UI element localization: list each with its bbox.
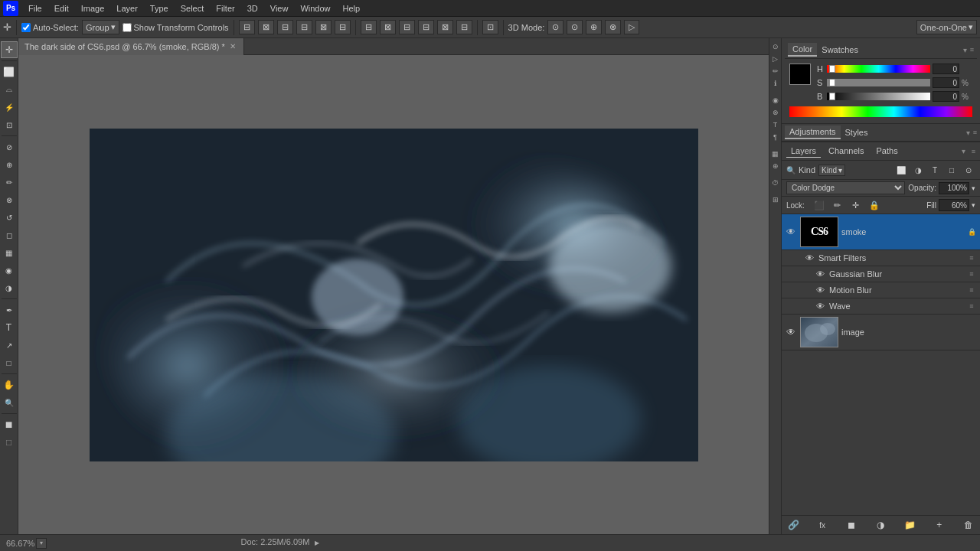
align-center-v-btn[interactable]: ⊠ (315, 20, 332, 34)
lock-transparent-btn[interactable]: ⬛ (812, 198, 826, 212)
3d-mode-btn-1[interactable]: ⊙ (547, 20, 564, 34)
hand-tool[interactable]: ✋ (1, 377, 18, 393)
gradient-tool[interactable]: ▦ (1, 244, 18, 261)
new-layer-btn[interactable]: + (933, 518, 946, 532)
adj-panel-menu[interactable]: ≡ (973, 129, 977, 136)
auto-select-checkbox[interactable]: Auto-Select: (21, 23, 79, 32)
histogram-icon[interactable]: ▦ (770, 148, 781, 159)
eraser-tool[interactable]: ◻ (1, 227, 18, 243)
3d-mode-btn-3[interactable]: ⊕ (586, 20, 602, 34)
align-top-btn[interactable]: ⊟ (296, 20, 312, 34)
menu-view[interactable]: View (265, 2, 294, 15)
shape-tool[interactable]: □ (1, 354, 18, 371)
color-spectrum[interactable] (789, 106, 972, 117)
sublayer-gaussian-blur[interactable]: 👁 Gaussian Blur ≡ (782, 266, 980, 282)
path-select-tool[interactable]: ↗ (1, 337, 18, 354)
3d-mode-btn-2[interactable]: ⊙ (567, 20, 583, 34)
menu-filter[interactable]: Filter (211, 2, 240, 15)
menu-help[interactable]: Help (338, 2, 366, 15)
dodge-tool[interactable]: ◑ (1, 279, 18, 296)
show-transform-checkbox[interactable]: Show Transform Controls (122, 23, 229, 32)
text-tool[interactable]: T (1, 319, 18, 336)
s-value-input[interactable]: 0 (933, 77, 959, 88)
link-layers-btn[interactable]: 🔗 (786, 518, 800, 532)
timeline-icon[interactable]: ⏱ (770, 178, 781, 188)
swatches-tab[interactable]: Swatches (817, 44, 863, 56)
3d-mode-btn-4[interactable]: ⊗ (605, 20, 621, 34)
history-icon[interactable]: ⊙ (770, 41, 781, 52)
para-icon[interactable]: ¶ (770, 132, 781, 142)
info-icon[interactable]: ℹ (770, 78, 781, 89)
navigator-icon[interactable]: ⊕ (770, 161, 781, 171)
align-bottom-btn[interactable]: ⊟ (335, 20, 351, 34)
align-right-btn[interactable]: ⊟ (277, 20, 293, 34)
clone-source-icon[interactable]: ⊗ (770, 107, 781, 118)
fill-arrow[interactable]: ▾ (972, 201, 975, 209)
distribute-btn-5[interactable]: ⊠ (437, 20, 453, 34)
distribute-btn-2[interactable]: ⊠ (380, 20, 396, 34)
layers-tab[interactable]: Layers (786, 145, 821, 158)
action-icon[interactable]: ▷ (770, 54, 781, 64)
zoom-tool[interactable]: 🔍 (1, 394, 18, 411)
blur-tool[interactable]: ◉ (1, 262, 18, 279)
view-mode-dropdown[interactable]: One-on-One ▾ (916, 20, 977, 34)
3d-mode-btn-5[interactable]: ▷ (624, 20, 639, 34)
3d-icon[interactable]: ⊞ (770, 194, 781, 205)
filter-pixel-btn[interactable]: ⬜ (894, 163, 908, 177)
brush-preset-icon[interactable]: ◉ (770, 95, 781, 106)
delete-layer-btn[interactable]: 🗑 (962, 518, 975, 532)
document-tab[interactable]: The dark side of CS6.psd @ 66.7% (smoke,… (18, 38, 244, 55)
brush-tool[interactable]: ✏ (1, 174, 18, 191)
tab-close-btn[interactable]: ✕ (228, 41, 237, 51)
filter-type-btn[interactable]: T (928, 163, 942, 177)
s-slider[interactable] (827, 79, 930, 86)
fg-color-swatch[interactable] (789, 64, 811, 85)
filter-smart-btn[interactable]: ⊙ (962, 163, 975, 177)
canvas-container[interactable] (18, 55, 769, 534)
paths-tab[interactable]: Paths (872, 145, 903, 158)
motion-blur-vis[interactable]: 👁 (814, 284, 826, 296)
align-center-h-btn[interactable]: ⊠ (258, 20, 274, 34)
menu-type[interactable]: Type (145, 2, 174, 15)
move-tool[interactable]: ✛ (1, 41, 18, 58)
char-icon[interactable]: T (770, 119, 781, 130)
doc-info-arrow[interactable]: ▶ (312, 538, 322, 549)
opacity-input[interactable]: 100% (939, 182, 969, 194)
wave-vis[interactable]: 👁 (814, 300, 826, 312)
layer-smoke[interactable]: 👁 CS6 smoke 🔒 (782, 214, 980, 250)
smart-filters-vis[interactable]: 👁 (803, 252, 815, 264)
add-style-btn[interactable]: fx (815, 518, 829, 532)
b-value-input[interactable]: 0 (933, 91, 959, 102)
filter-shape-btn[interactable]: □ (945, 163, 959, 177)
pen-tool[interactable]: ✒ (1, 302, 18, 318)
align-left-btn[interactable]: ⊟ (239, 20, 255, 34)
lasso-tool[interactable]: ⌓ (1, 81, 18, 98)
tool-preset-icon[interactable]: ✏ (770, 66, 781, 77)
opacity-arrow[interactable]: ▾ (972, 184, 975, 192)
lock-position-btn[interactable]: ✛ (849, 198, 863, 212)
distribute-btn-6[interactable]: ⊟ (456, 20, 472, 34)
layers-panel-collapse[interactable]: ▾ (962, 147, 965, 155)
color-panel-menu[interactable]: ≡ (970, 46, 974, 54)
menu-file[interactable]: File (23, 2, 47, 15)
background-color[interactable]: □ (1, 434, 18, 451)
add-adjustment-btn[interactable]: ◑ (874, 518, 887, 532)
auto-select-dropdown[interactable]: Group ▾ (82, 20, 119, 34)
motion-blur-options[interactable]: ≡ (966, 285, 977, 295)
styles-tab[interactable]: Styles (841, 126, 873, 139)
menu-select[interactable]: Select (175, 2, 210, 15)
menu-edit[interactable]: Edit (49, 2, 74, 15)
lock-all-btn[interactable]: 🔒 (867, 198, 881, 212)
quick-select-tool[interactable]: ⚡ (1, 99, 18, 116)
blend-mode-select[interactable]: Color Dodge Normal Multiply Screen (786, 181, 905, 194)
distribute-btn-1[interactable]: ⊟ (361, 20, 377, 34)
fill-input[interactable]: 60% (939, 199, 969, 211)
menu-3d[interactable]: 3D (242, 2, 263, 15)
gaussian-blur-vis[interactable]: 👁 (814, 268, 826, 280)
zoom-expand-btn[interactable]: ▾ (36, 538, 47, 549)
sublayer-wave[interactable]: 👁 Wave ≡ (782, 298, 980, 315)
image-visibility-toggle[interactable]: 👁 (785, 326, 797, 338)
menu-layer[interactable]: Layer (111, 2, 143, 15)
sublayer-motion-blur[interactable]: 👁 Motion Blur ≡ (782, 282, 980, 298)
channels-tab[interactable]: Channels (824, 145, 868, 158)
